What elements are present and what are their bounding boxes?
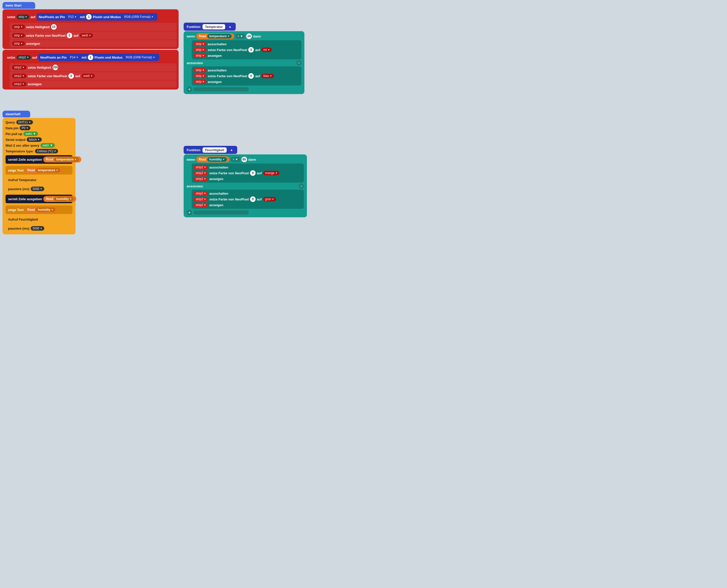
strip2-farbe-num: 0: [68, 73, 74, 79]
query-dropdown[interactable]: DHT11: [16, 120, 33, 125]
aufruf-temp-row: Aufruf Temperatur: [5, 177, 72, 183]
dauerhaft-group: dauerhaft Query DHT11 Data pin P0 Pin pu…: [2, 111, 76, 234]
feuch-else-strip-ref3[interactable]: strip2: [194, 203, 208, 207]
temptype-dropdown[interactable]: Celsius (*C): [35, 149, 58, 153]
feuch-if-strip-ref3[interactable]: strip2: [194, 176, 208, 181]
feuch-else-anzeigen: strip2 anzeigen: [194, 203, 302, 207]
temp-if-strip-ref3[interactable]: strip: [194, 53, 207, 58]
strip1-farbe-color[interactable]: weiß: [80, 33, 93, 38]
temp-if-anzeigen: strip anzeigen: [194, 53, 299, 58]
feuch-else-farbe-row: strip2 setze Farbe von NeoPixel 0 auf gr…: [194, 196, 302, 202]
feuch-read-pill: Read humidity: [196, 156, 229, 163]
strip1-pin-dropdown[interactable]: P13: [66, 15, 79, 19]
pinpullup-row: Pin pull up wahr ▼: [5, 131, 72, 136]
temp-else-strip-ref2[interactable]: strip: [194, 74, 207, 78]
feuch-else-strip-ref1[interactable]: strip2: [194, 191, 208, 196]
seriell2-read-pill: Read humidity: [43, 196, 76, 202]
func-temp-collapse[interactable]: ▲: [227, 24, 233, 29]
feuch-else-strip-ref2[interactable]: strip2: [194, 197, 208, 202]
strip2-anzeigen-row: strip2 anzeigen: [9, 81, 176, 87]
feuch-if-strip-ref2[interactable]: strip2: [194, 171, 208, 175]
temp-plus-row: +: [187, 86, 302, 92]
feuch-op[interactable]: > ▼: [231, 157, 240, 162]
pause2-row: pausiere (ms) 5000: [5, 225, 72, 232]
temp-else-ausschalten: strip ausschalten: [194, 68, 299, 72]
temptype-row: Temperature type: Celsius (*C): [5, 149, 72, 153]
feuch-ansonsten-minus[interactable]: −: [299, 184, 304, 189]
strip2-helligkeit-val: 255: [53, 65, 58, 70]
strip2-setze-row: setze strip2 auf NeoPixels an Pin P14 mi…: [4, 52, 176, 63]
seriell1-row: seriell Zeile ausgeben Read temperature: [5, 155, 72, 164]
temp-if-farbe-row: strip setze Farbe von NeoPixel 0 auf rot: [194, 47, 299, 52]
temp-ansonsten-minus[interactable]: −: [296, 60, 302, 65]
wait-val[interactable]: wahr ▼: [41, 143, 55, 148]
temp-if-strip-ref1[interactable]: strip: [194, 42, 207, 46]
serial-row: Serial output falsch: [5, 137, 72, 142]
seriell2-var-dropdown[interactable]: humidity: [54, 197, 74, 201]
beim-start-hat: beim Start: [2, 2, 35, 9]
feuch-read-var[interactable]: humidity: [207, 157, 227, 162]
temp-else-farbe-color[interactable]: blau: [262, 74, 274, 78]
strip2-pin-dropdown[interactable]: P14: [68, 55, 80, 60]
serial-dropdown[interactable]: falsch: [27, 137, 42, 142]
temp-if-strip-ref2[interactable]: strip: [194, 47, 207, 52]
temp-else-strip-ref3[interactable]: strip: [194, 80, 207, 84]
feuch-else-farbe-num: 0: [250, 196, 255, 202]
temp-else-farbe-num: 0: [248, 73, 254, 79]
func-temp-name: Temperatur: [203, 24, 225, 29]
func-feuch-name: Feuchtigkeit: [203, 147, 227, 153]
funktion-temp-group: Funktion Temperatur ▲ wenn Read temperat…: [184, 23, 304, 94]
temp-plus-btn[interactable]: +: [187, 86, 192, 92]
strip1-helligkeit-val: 15: [51, 24, 57, 30]
strip2-helligkeit-row: strip2 setze Helligkeit 255: [9, 63, 176, 71]
temp-else-anzeigen: strip anzeigen: [194, 80, 299, 84]
strip1-farbe-ref[interactable]: strip: [12, 33, 25, 38]
strip2-anzeigen-ref[interactable]: strip2: [12, 82, 26, 86]
seriell1-var-dropdown[interactable]: temperature: [54, 157, 79, 162]
pinpullup-val[interactable]: wahr ▼: [23, 131, 38, 136]
temp-if-ausschalten: strip ausschalten: [194, 42, 299, 46]
strip1-anzeigen-ref[interactable]: strip: [12, 41, 25, 46]
strip2-var-dropdown[interactable]: strip2: [17, 55, 31, 60]
feuch-if-ausschalten: strip2 ausschalten: [194, 165, 302, 169]
strip1-farbe-row: strip setze Farbe von NeoPixel 0 auf wei…: [9, 31, 176, 40]
strip2-ref-dropdown[interactable]: strip2: [12, 65, 26, 70]
func-feuch-collapse[interactable]: ▲: [229, 147, 234, 153]
pause2-dropdown[interactable]: 5000: [31, 226, 44, 231]
strip1-helligkeit-row: strip setze Helligkeit 15: [9, 23, 176, 31]
datapin-dropdown[interactable]: P0: [20, 126, 30, 130]
strip2-farbe-row: strip2 setze Farbe von NeoPixel 0 auf we…: [9, 72, 176, 80]
zeige2-row: zeige Text Read humidity: [5, 206, 72, 214]
strip1-ref-dropdown[interactable]: strip: [12, 25, 25, 29]
feuch-val: 60: [242, 157, 247, 162]
feuch-if-farbe-color[interactable]: orange: [263, 171, 279, 175]
feuch-if-farbe-row: strip2 setze Farbe von NeoPixel 0 auf or…: [194, 170, 302, 176]
aufruf-feuch-row: Aufruf Feuchtigkeit: [5, 216, 72, 223]
feuch-if-strip-ref1[interactable]: strip2: [194, 165, 208, 169]
funktion-feuch-group: Funktion Feuchtigkeit ▲ wenn Read humidi…: [184, 146, 307, 217]
strip1-var-dropdown[interactable]: strip: [17, 15, 29, 19]
feuch-plus-btn[interactable]: +: [187, 210, 192, 215]
beim-start-group: beim Start setze strip auf NeoPixels an …: [2, 2, 179, 90]
strip1-mode-dropdown[interactable]: RGB (GRB Format): [122, 15, 155, 19]
zeige1-read-pill: Read temperature: [25, 167, 63, 173]
temp-else-strip-ref1[interactable]: strip: [194, 68, 207, 72]
strip2-mode-dropdown[interactable]: RGB (GRB Format): [124, 55, 157, 60]
temp-read-var[interactable]: temperature: [207, 34, 232, 39]
temp-if-farbe-color[interactable]: rot: [262, 47, 272, 52]
pause1-dropdown[interactable]: 5000: [31, 187, 44, 191]
temp-op[interactable]: > ▼: [235, 34, 245, 39]
temp-else-farbe-row: strip setze Farbe von NeoPixel 0 auf bla…: [194, 73, 299, 79]
strip2-farbe-color[interactable]: weiß: [82, 74, 95, 78]
datapin-row: Data pin P0: [5, 126, 72, 130]
zeige1-var-dropdown[interactable]: temperature: [36, 168, 60, 172]
strip1-farbe-num: 0: [67, 33, 72, 38]
zeige2-read-pill: Read humidity: [25, 207, 58, 213]
zeige2-var-dropdown[interactable]: humidity: [36, 208, 55, 212]
feuch-else-farbe-color[interactable]: grün: [263, 197, 276, 202]
pause1-row: pausiere (ms) 5000: [5, 185, 72, 192]
query-row: Query DHT11: [5, 120, 72, 125]
seriell1-read-pill: Read temperature: [43, 156, 81, 163]
strip2-farbe-ref[interactable]: strip2: [12, 74, 26, 78]
feuch-plus-row: +: [187, 210, 304, 215]
